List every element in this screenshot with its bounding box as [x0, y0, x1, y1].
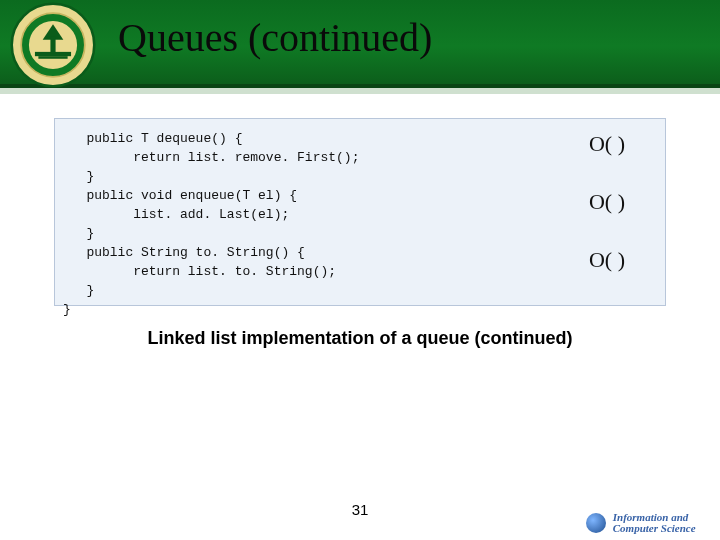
scs-globe-icon — [586, 513, 606, 533]
code-text: public T dequeue() { return list. remove… — [63, 129, 657, 319]
slide-title: Queues (continued) — [118, 14, 432, 61]
university-logo — [10, 2, 96, 88]
code-block: public T dequeue() { return list. remove… — [54, 118, 666, 306]
complexity-label-3: O( ) — [589, 247, 625, 273]
complexity-label-1: O( ) — [589, 131, 625, 157]
slide-header: Queues (continued) — [0, 0, 720, 88]
svg-rect-4 — [38, 56, 67, 59]
footer-text: Information andComputer Science — [613, 512, 696, 534]
complexity-label-2: O( ) — [589, 189, 625, 215]
footer-logo: Information andComputer Science — [586, 512, 708, 534]
svg-rect-5 — [50, 36, 55, 53]
figure-caption: Linked list implementation of a queue (c… — [0, 328, 720, 349]
